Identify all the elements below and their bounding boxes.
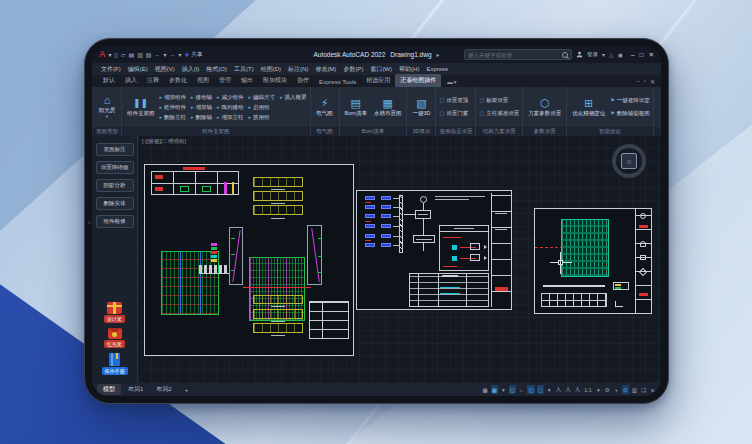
menu-item[interactable]: 参数(P) <box>343 65 363 74</box>
support-tool-button[interactable]: ▸ 插入横梁 <box>280 92 307 102</box>
layout-tab[interactable]: 布局1 <box>122 384 149 395</box>
object-snap-icon[interactable]: ◻ <box>537 385 544 394</box>
doc-restore-button[interactable]: ▫ <box>644 78 646 85</box>
share-button[interactable]: ✈ 共享 <box>185 51 203 58</box>
minimize-button[interactable]: – <box>631 51 635 59</box>
ortho-mode-icon[interactable]: ∟ <box>518 385 525 394</box>
drawing-canvas[interactable]: [-][俯视][二维线框] ⌂ <box>138 136 661 383</box>
autocad-logo-icon[interactable]: A <box>99 50 106 59</box>
ribbon-tab[interactable]: 参数化 <box>164 74 192 87</box>
undo-icon[interactable]: ← <box>154 52 160 58</box>
scheme-params-button[interactable]: ⬡ 方案参数设置 <box>526 97 563 118</box>
ribbon-tab[interactable]: 管理 <box>214 74 236 87</box>
search-icon[interactable] <box>562 52 568 58</box>
menu-item[interactable]: 文件(F) <box>101 65 121 74</box>
support-drawing-button[interactable]: ❚❚ 组件支架图 <box>125 97 157 118</box>
bom-list-button[interactable]: ▤ Bom清单 <box>343 97 369 118</box>
annotation-monitor-icon[interactable]: + <box>613 385 620 394</box>
new-file-icon[interactable]: ▯ <box>115 52 118 58</box>
menu-item[interactable]: 绘图(D) <box>261 65 281 74</box>
delete-aux-view-button[interactable]: ⚑ 删除辅助视图 <box>610 108 649 119</box>
support-tool-button[interactable]: ▸ 减少组件 <box>217 92 244 102</box>
menu-item[interactable]: 修改(M) <box>315 65 336 74</box>
open-folder-icon[interactable]: ▱ <box>121 52 126 58</box>
support-tool-button[interactable]: ▸ 编辑尺寸 <box>249 92 276 102</box>
sidebar-tool-button[interactable]: 屋面标注 <box>96 143 134 156</box>
one-key-3d-button[interactable]: ▧ 一键3D <box>410 97 432 118</box>
layout-tab[interactable]: 布局2 <box>150 384 177 395</box>
redo-caret-icon[interactable]: ▾ <box>178 52 181 58</box>
menu-item[interactable]: 标注(N) <box>288 65 308 74</box>
layout-tab[interactable]: + <box>179 384 195 395</box>
annotation-visibility-icon[interactable]: 人 <box>555 385 563 394</box>
support-tool-button[interactable]: ▸ 移动轴 <box>191 92 212 102</box>
menu-item[interactable]: 帮助(H) <box>399 65 419 74</box>
ribbon-tab[interactable]: 默认 <box>98 74 120 87</box>
support-tool-button[interactable]: ▸ 增加组件 <box>160 92 187 102</box>
frame-settings-button[interactable]: ▢ 标架设置 <box>479 95 519 106</box>
graphics-performance-icon[interactable]: ▥ <box>631 385 638 394</box>
sunroom-button[interactable]: ⌂ 阳光房 ▾ <box>96 94 118 120</box>
annotation-autoscale-icon[interactable]: 人 <box>564 385 572 394</box>
sidebar-tool-button[interactable]: 组件检修 <box>96 215 134 228</box>
sidebar-tool-button[interactable]: 阴影分析 <box>96 179 134 192</box>
ribbon-tab[interactable]: 精选应用 <box>361 74 395 87</box>
maximize-button[interactable]: □ <box>640 51 644 59</box>
app-menu-caret-icon[interactable]: ▾ <box>109 52 112 58</box>
menu-item[interactable]: 编辑(E) <box>128 65 148 74</box>
stay-connected-caret-icon[interactable]: ▾ <box>602 51 605 58</box>
doc-minimize-button[interactable]: – <box>636 78 639 85</box>
precise-locate-button[interactable]: ⊞ 优化精确定位 <box>570 97 607 118</box>
menu-item[interactable]: 窗口(W) <box>370 65 392 74</box>
polar-tracking-icon[interactable]: ◰ <box>527 385 534 394</box>
user-avatar-icon[interactable] <box>576 51 583 58</box>
ribbon-tab[interactable]: Express Tools <box>314 77 361 87</box>
manual-promo[interactable]: 操作手册 <box>102 353 128 375</box>
help-icon[interactable]: ◉ <box>618 51 623 58</box>
ribbon-tab[interactable]: 输出 <box>236 74 258 87</box>
workspace-gear-icon[interactable]: ⚙ <box>604 385 611 394</box>
model-paper-toggle-icon[interactable]: ▦ <box>481 385 488 394</box>
scale-caret-icon[interactable]: ▾ <box>595 385 602 394</box>
close-button[interactable]: ✕ <box>649 51 654 59</box>
save-as-icon[interactable]: ▥ <box>137 52 143 58</box>
menu-item[interactable]: 工具(T) <box>234 65 254 74</box>
red-envelope-promo[interactable]: 红包奖 <box>104 328 125 348</box>
search-input[interactable] <box>468 52 560 58</box>
menu-item[interactable]: 视图(V) <box>155 65 175 74</box>
support-tool-button[interactable]: ▸ 阵列移动 <box>217 102 244 112</box>
support-tool-button[interactable]: ▸ 启用组 <box>249 102 276 112</box>
menu-item[interactable]: Express <box>426 66 448 72</box>
support-tool-button[interactable]: ▸ 删除轴 <box>191 112 212 122</box>
layout-tab[interactable]: 模型 <box>97 384 121 395</box>
set-roof-button[interactable]: ▢ 设置屋顶 <box>439 95 468 106</box>
isolate-objects-icon[interactable]: ⊙ <box>622 385 629 394</box>
plot-icon[interactable]: ▧ <box>146 52 152 58</box>
support-tool-button[interactable]: ▸ 禁用组 <box>249 112 276 122</box>
support-tool-button[interactable]: ▸ 延伸组件 <box>160 102 187 112</box>
grid-display-icon[interactable]: ▦ <box>491 385 498 394</box>
ribbon-tab[interactable]: 注释 <box>142 74 164 87</box>
navigation-wheel[interactable]: ⌂ <box>612 144 646 178</box>
customize-icon[interactable]: ≡ <box>649 385 656 394</box>
ribbon-tab[interactable]: 正泰绘图插件 <box>395 74 441 87</box>
doc-close-button[interactable]: ✕ <box>650 78 655 85</box>
undo-caret-icon[interactable]: ▾ <box>163 52 166 58</box>
ribbon-collapse-caret-icon[interactable]: ▾ <box>454 79 457 85</box>
snap-caret-icon[interactable]: ▾ <box>500 385 507 394</box>
clean-screen-icon[interactable]: ❏ <box>640 385 647 394</box>
design-award-promo[interactable]: 设计奖 <box>104 302 125 323</box>
ribbon-tab[interactable]: 协作 <box>292 74 314 87</box>
ribbon-collapse-icon[interactable]: ▬ <box>447 79 453 85</box>
sidebar-tool-button[interactable]: 删除实体 <box>96 197 134 210</box>
avoid-obstacle-button[interactable]: ⚑ 一键避障设定 <box>610 95 649 106</box>
osnap-caret-icon[interactable]: ▾ <box>546 385 553 394</box>
viewcube-home-icon[interactable]: ⌂ <box>621 153 637 169</box>
sign-in-label[interactable]: 登录 <box>587 51 598 58</box>
electric-diagram-button[interactable]: ⚡ 电气图 <box>314 97 336 118</box>
annotation-scale-icon[interactable]: 人 <box>574 385 582 394</box>
redo-icon[interactable]: → <box>169 52 175 58</box>
menu-item[interactable]: 插入(I) <box>182 65 200 74</box>
viewport-controls[interactable]: [-][俯视][二维线框] <box>142 138 186 145</box>
ribbon-tab[interactable]: 附加模块 <box>258 74 292 87</box>
